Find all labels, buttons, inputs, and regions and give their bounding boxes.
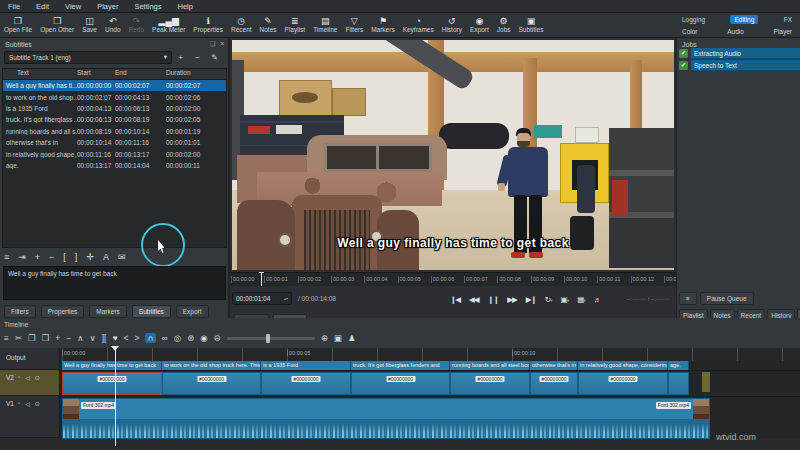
- lift-icon[interactable]: ∧: [77, 333, 83, 343]
- video-preview[interactable]: Well a guy finally has time to get back: [232, 40, 674, 270]
- add-subtitle-icon[interactable]: +: [35, 252, 40, 262]
- remove-track-button[interactable]: −: [189, 53, 206, 62]
- tab-export[interactable]: Export: [176, 305, 209, 318]
- track-v2[interactable]: #00000000#00000000#00000000#00000000#000…: [60, 370, 800, 395]
- snap-icon[interactable]: ∩: [145, 333, 155, 343]
- menu-view[interactable]: View: [57, 2, 89, 11]
- menu-file[interactable]: File: [0, 2, 28, 11]
- zoom-fit-icon[interactable]: ▣: [334, 333, 342, 343]
- properties-button[interactable]: ℹProperties: [189, 13, 227, 38]
- subtitle-clip[interactable]: #00000000: [530, 372, 578, 395]
- table-row[interactable]: age.00:00:13:1700:00:14:0400:00:00:11: [3, 160, 226, 171]
- volume-button[interactable]: ♬: [594, 295, 601, 304]
- track-v1[interactable]: Ford 302.mp4 Ford 302.mp4: [60, 396, 800, 438]
- subtitle-segment[interactable]: is a 1935 Ford: [261, 361, 351, 370]
- zoom-slider-handle[interactable]: [266, 334, 270, 343]
- skip-previous-button[interactable]: ❙◀: [450, 295, 460, 304]
- text-style-icon[interactable]: A: [103, 252, 109, 262]
- subtitle-track-select[interactable]: Subtitle Track 1 (eng) ▾: [4, 51, 172, 64]
- track-head-v1[interactable]: V1 ▫ ◁ ⊙: [0, 396, 60, 438]
- subtitle-clip[interactable]: #00000000: [162, 372, 261, 395]
- open-file-button[interactable]: ❐Open File: [0, 13, 36, 38]
- timeline-menu-icon[interactable]: ≡: [4, 333, 9, 343]
- jobs-button[interactable]: ⚙Jobs: [493, 13, 515, 38]
- table-row[interactable]: Well a guy finally has ti...00:00:00:000…: [3, 80, 226, 91]
- menu-help[interactable]: Help: [170, 2, 201, 11]
- fast-forward-button[interactable]: ▶▶: [507, 295, 517, 304]
- filters-button[interactable]: ▽Filters: [341, 13, 367, 38]
- menu-edit[interactable]: Edit: [28, 2, 57, 11]
- table-row[interactable]: in relatively good shape,...00:00:11:160…: [3, 148, 226, 159]
- edit-track-button[interactable]: ✎: [206, 53, 223, 62]
- track-head-output[interactable]: Output: [0, 348, 60, 370]
- scrub-icon[interactable]: ∞: [162, 333, 168, 343]
- append-icon[interactable]: +: [55, 333, 60, 343]
- open-other-button[interactable]: ❒Open Other: [36, 13, 78, 38]
- rewind-button[interactable]: ◀◀: [469, 295, 479, 304]
- workspace-tab-audio[interactable]: Audio: [723, 27, 748, 36]
- tab-markers[interactable]: Markers: [89, 305, 126, 318]
- preview-playhead[interactable]: [261, 273, 262, 286]
- ripple-icon[interactable]: ◎: [174, 333, 181, 343]
- timeline-ruler[interactable]: 00:00:0000:00:0500:00:10: [60, 348, 800, 361]
- subtitle-segment[interactable]: Well a guy finally has time to get back: [62, 361, 162, 370]
- timeline-button[interactable]: ▤Timeline: [309, 13, 341, 38]
- subtitle-clip[interactable]: #00000000: [351, 372, 450, 395]
- workspace-tab-color[interactable]: Color: [678, 27, 702, 36]
- column-header-text[interactable]: Text: [3, 69, 77, 79]
- workspace-tab-player[interactable]: Player: [770, 27, 796, 36]
- paste-icon[interactable]: ❒: [42, 333, 50, 343]
- zoom-in-icon[interactable]: ⊕: [321, 333, 328, 343]
- playlist-button[interactable]: ≣Playlist: [281, 13, 310, 38]
- table-row[interactable]: to work on the old shop...00:00:02:0700:…: [3, 91, 226, 102]
- ripple-delete-icon[interactable]: −: [66, 333, 71, 343]
- history-button[interactable]: ↺History: [438, 13, 466, 38]
- position-spinner[interactable]: ▴▾: [284, 297, 288, 301]
- add-track-button[interactable]: +: [172, 53, 189, 62]
- hide-icon[interactable]: ⊙: [35, 400, 40, 407]
- overwrite-icon[interactable]: ∨: [90, 333, 96, 343]
- column-header-duration[interactable]: Duration: [166, 69, 222, 79]
- speech-bubble-icon[interactable]: ✉: [118, 252, 126, 262]
- skip-next-button[interactable]: ▶❙: [526, 295, 536, 304]
- pause-button[interactable]: ❙❙: [488, 295, 499, 304]
- mute-icon[interactable]: ◁: [25, 374, 30, 381]
- loop-button[interactable]: ↻ ▾: [545, 295, 552, 304]
- remove-subtitle-icon[interactable]: −: [49, 252, 54, 262]
- column-header-end[interactable]: End: [115, 69, 166, 79]
- ripple-all-icon[interactable]: ⊛: [187, 333, 194, 343]
- save-button[interactable]: ◫Save: [78, 13, 101, 38]
- in-out-button[interactable]: ▣ ▾: [561, 295, 569, 304]
- subtitle-segment[interactable]: otherwise that's in: [530, 361, 578, 370]
- subtitle-segment[interactable]: age.: [668, 361, 689, 370]
- peak-meter-button[interactable]: ▂▄▆Peak Meter: [148, 13, 189, 38]
- workspace-tab-fx[interactable]: FX: [780, 15, 796, 24]
- zoom-out-icon[interactable]: ⊖: [214, 333, 221, 343]
- lock-icon[interactable]: ▫: [18, 374, 20, 381]
- set-start-icon[interactable]: [: [63, 252, 66, 262]
- redo-button[interactable]: ↷Redo: [125, 13, 149, 38]
- column-header-start[interactable]: Start: [77, 69, 115, 79]
- copy-icon[interactable]: ❐: [28, 333, 36, 343]
- record-voiceover-icon[interactable]: ♟: [348, 333, 356, 343]
- workspace-tab-logging[interactable]: Logging: [678, 15, 709, 24]
- subtitle-segment[interactable]: in relatively good shape, considering ..: [578, 361, 668, 370]
- undo-button[interactable]: ↶Undo: [101, 13, 125, 38]
- close-panel-icon[interactable]: ✕: [220, 40, 225, 48]
- next-marker-icon[interactable]: >: [135, 333, 140, 343]
- recent-button[interactable]: ◷Recent: [227, 13, 256, 38]
- subtitle-text-editor[interactable]: Well a guy finally has time to get back: [3, 266, 226, 300]
- pause-queue-button[interactable]: Pause Queue: [700, 292, 754, 305]
- subtitle-segment[interactable]: running boards and all steel body: [450, 361, 530, 370]
- set-end-icon[interactable]: ]: [75, 252, 78, 262]
- subtitle-clip[interactable]: #00000000: [62, 372, 162, 395]
- mute-icon[interactable]: ◁: [25, 400, 30, 407]
- subtitle-clip[interactable]: #00000000: [578, 372, 668, 395]
- export-button[interactable]: ◉Export: [466, 13, 493, 38]
- subtitles-button[interactable]: ▣Subtitles: [515, 13, 548, 38]
- menu-player[interactable]: Player: [89, 2, 126, 11]
- zoom-slider[interactable]: [227, 337, 315, 340]
- subtitle-clip[interactable]: [668, 372, 689, 395]
- menu-settings[interactable]: Settings: [126, 2, 169, 11]
- lock-icon[interactable]: ▫: [18, 400, 20, 407]
